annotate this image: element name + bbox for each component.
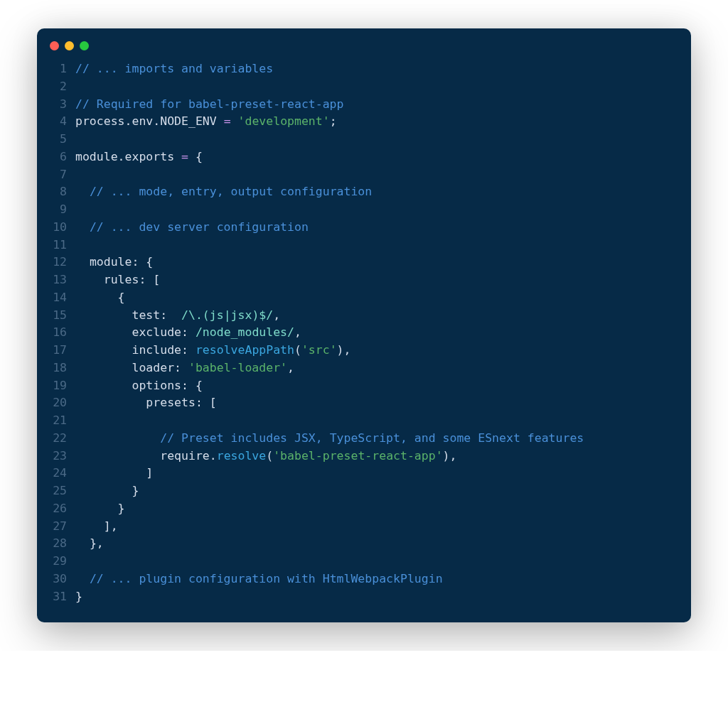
token: // ... imports and variables xyxy=(75,62,273,75)
code-line: 7 xyxy=(37,166,677,184)
token: , xyxy=(294,325,301,339)
code-line: 24 ] xyxy=(37,465,677,482)
token xyxy=(75,379,132,392)
token: : [ xyxy=(139,273,160,286)
line-number: 4 xyxy=(37,113,75,131)
token: }, xyxy=(90,536,104,550)
code-line: 19 options: { xyxy=(37,377,677,395)
token xyxy=(75,308,132,322)
code-line: 15 test: /\.(js|jsx)$/, xyxy=(37,307,677,325)
token: : xyxy=(181,343,196,357)
token: // ... mode, entry, output configuration xyxy=(90,185,372,198)
code-line: 17 include: resolveAppPath('src'), xyxy=(37,342,677,360)
token: // Required for babel-preset-react-app xyxy=(75,97,344,111)
line-number: 26 xyxy=(37,500,75,518)
code-content xyxy=(75,78,677,96)
token: { xyxy=(118,291,125,304)
line-number: 14 xyxy=(37,289,75,307)
line-number: 22 xyxy=(37,430,75,448)
code-line: 23 require.resolve('babel-preset-react-a… xyxy=(37,448,677,465)
code-line: 13 rules: [ xyxy=(37,271,677,289)
line-number: 9 xyxy=(37,201,75,219)
code-line: 8 // ... mode, entry, output configurati… xyxy=(37,183,677,201)
token: /node_modules/ xyxy=(196,325,294,339)
minimize-icon[interactable] xyxy=(65,41,74,50)
code-line: 6module.exports = { xyxy=(37,148,677,166)
token xyxy=(75,361,132,374)
line-number: 2 xyxy=(37,78,75,96)
code-content: presets: [ xyxy=(75,394,677,412)
code-content: // ... mode, entry, output configuration xyxy=(75,183,677,201)
token: exclude xyxy=(132,325,181,339)
code-content: } xyxy=(75,588,677,606)
token xyxy=(75,502,118,515)
line-number: 29 xyxy=(37,553,75,571)
token: : [ xyxy=(196,396,217,409)
token: , xyxy=(287,361,294,374)
token: ( xyxy=(294,343,301,357)
code-content: } xyxy=(75,482,677,500)
token: . xyxy=(153,114,160,128)
token: . xyxy=(210,449,217,463)
code-line: 5 xyxy=(37,131,677,148)
token: NODE_ENV xyxy=(160,114,216,128)
line-number: 13 xyxy=(37,271,75,289)
token xyxy=(75,519,104,533)
token xyxy=(75,431,160,445)
token: resolveAppPath xyxy=(196,343,294,357)
line-number: 7 xyxy=(37,166,75,184)
token: 'src' xyxy=(301,343,337,357)
line-number: 17 xyxy=(37,342,75,360)
token: ; xyxy=(330,114,337,128)
token: process xyxy=(75,114,125,128)
token: } xyxy=(75,590,82,603)
token xyxy=(75,536,90,550)
code-content: process.env.NODE_ENV = 'development'; xyxy=(75,113,677,131)
code-content: } xyxy=(75,500,677,518)
code-line: 9 xyxy=(37,201,677,219)
code-content: module.exports = { xyxy=(75,148,677,166)
code-content: loader: 'babel-loader', xyxy=(75,360,677,377)
code-line: 2 xyxy=(37,78,677,96)
token: presets xyxy=(146,396,196,409)
token: // ... plugin configuration with HtmlWeb… xyxy=(90,572,443,585)
line-number: 6 xyxy=(37,148,75,166)
token: = xyxy=(217,114,238,128)
code-content: module: { xyxy=(75,254,677,271)
line-number: 5 xyxy=(37,131,75,148)
line-number: 31 xyxy=(37,588,75,606)
code-content xyxy=(75,553,677,571)
token: ), xyxy=(443,449,457,463)
code-content: include: resolveAppPath('src'), xyxy=(75,342,677,360)
line-number: 8 xyxy=(37,183,75,201)
code-line: 3// Required for babel-preset-react-app xyxy=(37,96,677,114)
code-line: 12 module: { xyxy=(37,254,677,271)
code-content xyxy=(75,237,677,254)
token xyxy=(75,484,132,497)
token: module xyxy=(75,150,118,163)
token: : xyxy=(181,325,196,339)
token: loader xyxy=(132,361,174,374)
token xyxy=(75,273,104,286)
token: exports xyxy=(125,150,175,163)
token: } xyxy=(132,484,139,497)
code-content: ], xyxy=(75,518,677,536)
token: : { xyxy=(181,379,203,392)
zoom-icon[interactable] xyxy=(80,41,89,50)
token: = xyxy=(174,150,196,163)
token xyxy=(75,255,90,269)
code-content xyxy=(75,131,677,148)
token: include xyxy=(132,343,181,357)
token: resolve xyxy=(217,449,267,463)
code-content: // Required for babel-preset-react-app xyxy=(75,96,677,114)
close-icon[interactable] xyxy=(50,41,59,50)
token: : { xyxy=(132,255,153,269)
code-content: // Preset includes JSX, TypeScript, and … xyxy=(75,430,677,448)
token: test xyxy=(132,308,160,322)
code-content: // ... dev server configuration xyxy=(75,219,677,237)
line-number: 30 xyxy=(37,571,75,588)
line-number: 12 xyxy=(37,254,75,271)
code-line: 21 xyxy=(37,412,677,430)
token: ), xyxy=(337,343,351,357)
code-content: require.resolve('babel-preset-react-app'… xyxy=(75,448,677,465)
